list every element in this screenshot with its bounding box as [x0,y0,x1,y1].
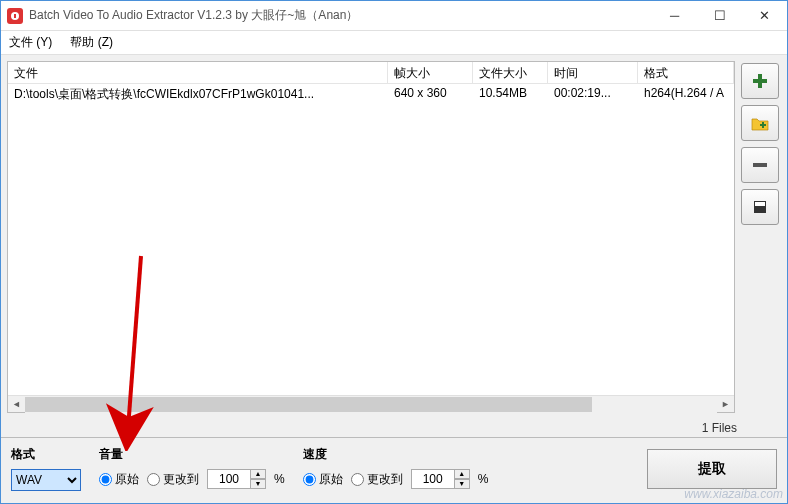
file-table: 文件 帧大小 文件大小 时间 格式 D:\tools\桌面\格式转换\fcCWI… [7,61,735,413]
menu-help[interactable]: 帮助 (Z) [70,34,113,51]
cell-frame-size: 640 x 360 [388,84,473,104]
scroll-thumb[interactable] [25,397,592,412]
menubar: 文件 (Y) 帮助 (Z) [1,31,787,55]
volume-value[interactable] [207,469,251,489]
table-header: 文件 帧大小 文件大小 时间 格式 [8,62,734,84]
speed-change-radio[interactable]: 更改到 [351,471,403,488]
cell-time: 00:02:19... [548,84,638,104]
percent-label: % [274,472,285,486]
svg-rect-6 [753,163,767,167]
volume-down[interactable]: ▼ [250,479,266,489]
scroll-right-icon[interactable]: ► [717,396,734,413]
speed-value[interactable] [411,469,455,489]
cell-file: D:\tools\桌面\格式转换\fcCWIEkdlx07CFrP1wGk010… [8,84,388,104]
speed-original-radio[interactable]: 原始 [303,471,343,488]
speed-down[interactable]: ▼ [454,479,470,489]
format-group: 格式 WAV [11,446,81,491]
volume-up[interactable]: ▲ [250,469,266,479]
menu-file[interactable]: 文件 (Y) [9,34,52,51]
folder-plus-icon [751,114,769,132]
remove-button[interactable] [741,147,779,183]
plus-icon [751,72,769,90]
cell-file-size: 10.54MB [473,84,548,104]
speed-group: 速度 原始 更改到 ▲▼ % [303,446,489,489]
th-frame-size[interactable]: 帧大小 [388,62,473,83]
minus-icon [751,156,769,174]
format-select[interactable]: WAV [11,469,81,491]
volume-original-radio[interactable]: 原始 [99,471,139,488]
minimize-button[interactable]: ─ [652,1,697,30]
close-button[interactable]: ✕ [742,1,787,30]
svg-rect-5 [760,124,766,126]
horizontal-scrollbar[interactable]: ◄ ► [8,395,734,412]
add-file-button[interactable] [741,63,779,99]
add-folder-button[interactable] [741,105,779,141]
format-label: 格式 [11,446,81,463]
app-icon [7,8,23,24]
speed-spinner[interactable]: ▲▼ [411,469,470,489]
titlebar: Batch Video To Audio Extractor V1.2.3 by… [1,1,787,31]
speed-up[interactable]: ▲ [454,469,470,479]
table-row[interactable]: D:\tools\桌面\格式转换\fcCWIEkdlx07CFrP1wGk010… [8,84,734,104]
extract-button[interactable]: 提取 [647,449,777,489]
maximize-button[interactable]: ☐ [697,1,742,30]
svg-rect-3 [753,79,767,83]
window-title: Batch Video To Audio Extractor V1.2.3 by… [29,7,652,24]
scroll-left-icon[interactable]: ◄ [8,396,25,413]
th-time[interactable]: 时间 [548,62,638,83]
side-toolbar [741,61,781,413]
speed-label: 速度 [303,446,489,463]
status-bar: 1 Files [1,419,787,437]
clear-icon [751,198,769,216]
percent-label-2: % [478,472,489,486]
svg-rect-1 [14,14,16,18]
volume-change-radio[interactable]: 更改到 [147,471,199,488]
clear-button[interactable] [741,189,779,225]
th-format[interactable]: 格式 [638,62,734,83]
cell-format: h264(H.264 / A [638,84,734,104]
svg-rect-8 [755,202,765,206]
volume-label: 音量 [99,446,285,463]
volume-spinner[interactable]: ▲▼ [207,469,266,489]
volume-group: 音量 原始 更改到 ▲▼ % [99,446,285,489]
th-file-size[interactable]: 文件大小 [473,62,548,83]
th-file[interactable]: 文件 [8,62,388,83]
bottom-panel: 格式 WAV 音量 原始 更改到 ▲▼ % 速度 原始 [1,437,787,503]
files-count: 1 Files [702,421,737,435]
